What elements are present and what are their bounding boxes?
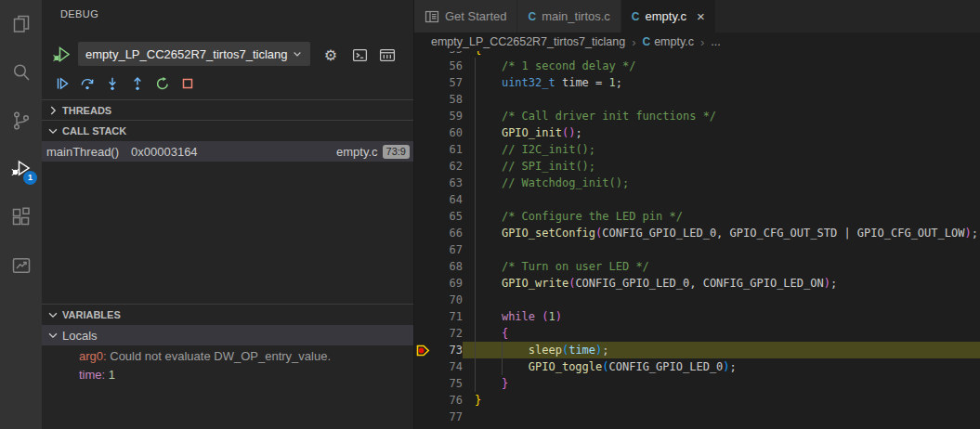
- step-over-button[interactable]: [76, 72, 98, 94]
- code-line-72[interactable]: 72 {: [414, 325, 980, 342]
- breadcrumb-symbol[interactable]: ...: [711, 35, 720, 48]
- breakpoint-gutter[interactable]: [414, 358, 431, 375]
- code-line-77[interactable]: 77: [414, 409, 980, 425]
- gear-icon[interactable]: ⚙: [320, 46, 341, 64]
- extensions-icon: [10, 206, 33, 228]
- preview-icon: [425, 9, 439, 24]
- code-line-69[interactable]: 69 GPIO_write(CONFIG_GPIO_LED_0, CONFIG_…: [414, 275, 980, 292]
- code-line-76[interactable]: 76}: [414, 392, 980, 409]
- line-number: 67: [431, 241, 463, 258]
- breadcrumb: empty_LP_CC2652R7_tirtos7_ticlang › C em…: [414, 32, 980, 51]
- line-number: 59: [431, 108, 463, 124]
- variables-list: arg0: Could not evaluate DW_OP_entry_val…: [42, 346, 413, 384]
- variable-row-arg0[interactable]: arg0: Could not evaluate DW_OP_entry_val…: [42, 346, 413, 365]
- line-content: /* Turn on user LED */: [463, 258, 980, 275]
- breakpoint-gutter[interactable]: [414, 91, 431, 108]
- tab-main-tirtos-c[interactable]: Cmain_tirtos.c: [517, 0, 621, 32]
- variable-value: Could not evaluate DW_OP_entry_value.: [107, 349, 331, 363]
- debug-panel-icon[interactable]: [377, 46, 398, 64]
- launch-row: empty_LP_CC2652R7_tirtos7_ticlang ⚙: [42, 42, 413, 67]
- code-line-63[interactable]: 63 // Watchdog_init();: [414, 175, 980, 191]
- threads-section-header[interactable]: THREADS: [42, 99, 413, 120]
- breakpoint-gutter[interactable]: [414, 409, 431, 425]
- breakpoint-gutter[interactable]: [414, 375, 431, 392]
- line-number: 61: [431, 141, 463, 158]
- breakpoint-gutter[interactable]: [414, 292, 431, 308]
- breakpoint-gutter[interactable]: [414, 124, 431, 141]
- code-line-67[interactable]: 67: [414, 241, 980, 258]
- breakpoint-gutter[interactable]: [414, 258, 431, 275]
- code-line-68[interactable]: 68 /* Turn on user LED */: [414, 258, 980, 275]
- breakpoint-gutter[interactable]: [414, 392, 431, 409]
- code-line-74[interactable]: 74 GPIO_toggle(CONFIG_GPIO_LED_0);: [414, 358, 980, 375]
- breakpoint-gutter[interactable]: [414, 275, 431, 292]
- activity-item-analysis[interactable]: [0, 241, 42, 290]
- code-line-58[interactable]: 58: [414, 91, 980, 108]
- breakpoint-gutter[interactable]: [414, 225, 431, 241]
- code-line-57[interactable]: 57 uint32_t time = 1;: [414, 74, 980, 91]
- launch-config-dropdown[interactable]: empty_LP_CC2652R7_tirtos7_ticlang: [78, 42, 310, 66]
- activity-item-explorer[interactable]: [0, 0, 42, 48]
- line-number: 66: [431, 225, 463, 241]
- line-content: GPIO_write(CONFIG_GPIO_LED_0, CONFIG_GPI…: [463, 275, 980, 292]
- activity-item-source-control[interactable]: [0, 97, 42, 145]
- continue-button[interactable]: [51, 72, 72, 94]
- step-into-button[interactable]: [101, 72, 123, 94]
- line-number: 77: [431, 409, 463, 425]
- open-console-icon[interactable]: [349, 46, 370, 64]
- breakpoint-gutter[interactable]: [414, 108, 431, 124]
- breakpoint-gutter[interactable]: [414, 141, 431, 158]
- line-content: [463, 241, 980, 258]
- code-line-59[interactable]: 59 /* Call driver init functions */: [414, 108, 980, 124]
- code-line-61[interactable]: 61 // I2C_init();: [414, 141, 980, 158]
- current-instruction-breakpoint-icon[interactable]: [414, 342, 431, 358]
- variable-row-time[interactable]: time: 1: [42, 365, 413, 384]
- step-out-icon: [130, 76, 145, 91]
- code-line-66[interactable]: 66 GPIO_setConfig(CONFIG_GPIO_LED_0, GPI…: [414, 225, 980, 241]
- restart-icon: [155, 76, 170, 91]
- breadcrumb-project[interactable]: empty_LP_CC2652R7_tirtos7_ticlang: [431, 35, 625, 48]
- line-number: 72: [431, 325, 463, 342]
- code-line-64[interactable]: 64: [414, 191, 980, 208]
- debug-start-icon[interactable]: [52, 45, 72, 64]
- code-line-62[interactable]: 62 // SPI_init();: [414, 158, 980, 175]
- code-line-65[interactable]: 65 /* Configure the LED pin */: [414, 208, 980, 225]
- line-number: 57: [431, 74, 463, 91]
- stop-icon: [180, 76, 195, 91]
- breakpoint-gutter[interactable]: [414, 241, 431, 258]
- code-line-71[interactable]: 71 while (1): [414, 308, 980, 325]
- breadcrumb-file[interactable]: empty.c: [654, 35, 694, 48]
- line-content: GPIO_toggle(CONFIG_GPIO_LED_0);: [463, 358, 980, 375]
- restart-button[interactable]: [151, 72, 173, 94]
- stop-button[interactable]: [176, 72, 198, 94]
- close-icon[interactable]: ×: [697, 9, 705, 23]
- code-line-73[interactable]: 73 sleep(time);: [414, 342, 980, 358]
- breakpoint-gutter[interactable]: [414, 308, 431, 325]
- code-line-60[interactable]: 60 GPIO_init();: [414, 124, 980, 141]
- breakpoint-gutter[interactable]: [414, 325, 431, 342]
- breakpoint-gutter[interactable]: [414, 58, 431, 74]
- code-viewport[interactable]: 55{56 /* 1 second delay */57 uint32_t ti…: [414, 41, 980, 425]
- call-stack-section-header[interactable]: CALL STACK: [42, 120, 413, 140]
- tab-get-started[interactable]: Get Started: [414, 0, 517, 32]
- line-content: // SPI_init();: [463, 158, 980, 175]
- code-line-75[interactable]: 75 }: [414, 375, 980, 392]
- line-content: /* Configure the LED pin */: [463, 208, 980, 225]
- variables-section-header[interactable]: VARIABLES: [42, 304, 413, 324]
- activity-item-run-and-debug[interactable]: 1: [0, 145, 42, 193]
- code-line-70[interactable]: 70: [414, 292, 980, 308]
- breakpoint-gutter[interactable]: [414, 158, 431, 175]
- breakpoint-gutter[interactable]: [414, 191, 431, 208]
- tab-empty-c[interactable]: Cempty.c×: [621, 0, 716, 32]
- locals-scope-row[interactable]: Locals: [42, 325, 413, 345]
- breakpoint-gutter[interactable]: [414, 175, 431, 191]
- call-stack-frame[interactable]: mainThread() 0x00003164 empty.c 73:9: [42, 141, 413, 162]
- activity-item-search[interactable]: [0, 48, 42, 97]
- breakpoint-gutter[interactable]: [414, 208, 431, 225]
- breakpoint-gutter[interactable]: [414, 74, 431, 91]
- line-number: 68: [431, 258, 463, 275]
- step-out-button[interactable]: [126, 72, 148, 94]
- code-line-56[interactable]: 56 /* 1 second delay */: [414, 58, 980, 74]
- activity-item-extensions[interactable]: [0, 193, 42, 241]
- c-file-icon: C: [632, 10, 640, 23]
